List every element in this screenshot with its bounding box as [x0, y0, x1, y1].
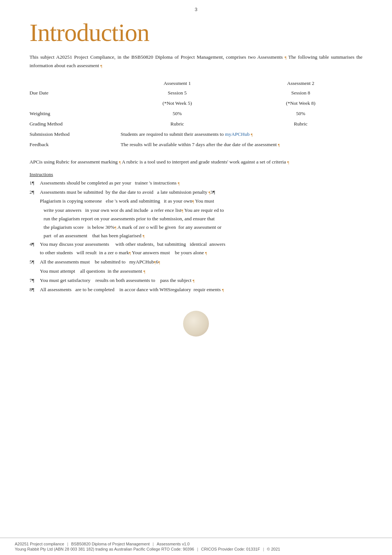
grading-label: Grading Method [30, 119, 116, 129]
grading-col2: Rubric [239, 119, 362, 129]
item-num [30, 197, 40, 206]
list-item: 2¶ Assessments must be submitted by the … [30, 188, 362, 197]
footer-cricos: CRICOS Provider Code: 01331F [201, 547, 260, 551]
list-item: 1¶ Assessments should be completed as pe… [30, 179, 362, 187]
item-num: 7¶ [30, 276, 40, 285]
table-row: Grading Method Rubric Rubric [30, 119, 362, 129]
item-num: 1¶ [30, 179, 40, 187]
feedback-value: The results will be available within 7 d… [116, 139, 362, 150]
submission-label: Submission Method [30, 129, 116, 139]
list-item: 8¶ All assessments are to be completed i… [30, 286, 362, 294]
footer-org: Young Rabbit Pty Ltd (ABN 28 003 381 182… [15, 547, 194, 551]
due-date-col1-line2: (*Not Week 5) [116, 98, 239, 108]
item-num: 5¶ [30, 258, 40, 266]
page-number: 3 [30, 0, 362, 16]
item-text: All assessments are to be completed in a… [40, 286, 362, 294]
myapc-link[interactable]: myAPCHub [225, 131, 250, 137]
item-text: Plagiarism is copying someone else 's wo… [40, 197, 362, 206]
instructions-heading: Instructions [30, 172, 362, 177]
intro-paragraph: This subject A20251 Project Compliance, … [30, 53, 362, 70]
item-text: You must attempt all questions in the as… [40, 267, 362, 276]
table-row: Due Date Session 5 Session 8 [30, 88, 362, 98]
assessment-table: Assessment 1 Assessment 2 Due Date Sessi… [30, 78, 362, 150]
item-text: You must get satisfactory results on bot… [40, 276, 362, 285]
due-date-col2-line1: Session 8 [239, 88, 362, 98]
submission-value: Students are required to submit their as… [116, 129, 362, 139]
footer-diploma: BSB50820 Diploma of Project Management [71, 542, 150, 546]
title-section: Introduction [30, 19, 362, 46]
footer-version: Assessments v1.0 [157, 542, 189, 546]
footer-row-2: Young Rabbit Pty Ltd (ABN 28 003 381 182… [15, 547, 377, 551]
table-row: Weighting 50% 50% [30, 108, 362, 119]
grading-col1: Rubric [116, 119, 239, 129]
feedback-text: The results will be available within 7 d… [121, 142, 277, 147]
item-text: You may discuss your assessments with ot… [40, 240, 362, 257]
item-num: 8¶ [30, 286, 40, 294]
due-date-col1-line1: Session 5 [116, 88, 239, 98]
feedback-label: Feedback [30, 139, 116, 150]
instructions-section: Instructions 1¶ Assessments should be co… [30, 172, 362, 294]
para-mark-2: ¶ [100, 63, 102, 68]
item-text: All the assessments must be submitted to… [40, 258, 362, 266]
col1-header: Assessment 1 [116, 78, 239, 88]
para-mark-sub2: ¶ [251, 132, 253, 137]
list-item: Plagiarism is copying someone else 's wo… [30, 197, 362, 206]
list-item: 4¶ You may discuss your assessments with… [30, 240, 362, 257]
intro-text-1: This subject A20251 Project Compliance, … [30, 54, 283, 60]
rubric-text-2: A rubric is a tool used to interpret and… [122, 159, 286, 165]
watermark-logo [183, 311, 209, 337]
weighting-col1: 50% [116, 108, 239, 119]
rubric-paragraph: APCis using Rubric for assessment markin… [30, 158, 362, 166]
footer-row-1: A20251 Project compliance | BSB50820 Dip… [15, 542, 377, 546]
footer-copyright: © 2021 [267, 547, 280, 551]
watermark-area [30, 305, 362, 342]
list-item: 7¶ You must get satisfactory results on … [30, 276, 362, 285]
item-text: Assessments should be completed as per y… [40, 179, 362, 187]
page-container: 3 Introduction This subject A20251 Proje… [0, 0, 392, 555]
table-row: Submission Method Students are required … [30, 129, 362, 139]
footer: A20251 Project compliance | BSB50820 Dip… [0, 538, 392, 555]
item-num [30, 267, 40, 276]
instructions-list: 1¶ Assessments should be completed as pe… [30, 179, 362, 294]
para-mark-r1: ¶ [119, 160, 122, 164]
item-text: Assessments must be submitted by the due… [40, 188, 362, 197]
item-num: 4¶ [30, 240, 40, 257]
due-date-label: Due Date [30, 88, 116, 108]
para-mark-fb: ¶ [278, 143, 280, 147]
para-mark-1: ¶ [285, 55, 288, 59]
weighting-col2: 50% [239, 108, 362, 119]
para-mark-r2: ¶ [287, 160, 289, 164]
submission-text: Students are required to submit their as… [121, 131, 224, 137]
weighting-label: Weighting [30, 108, 116, 119]
footer-course: A20251 Project compliance [15, 542, 64, 546]
page-title: Introduction [30, 19, 362, 46]
col2-header: Assessment 2 [239, 78, 362, 88]
sub-item: write your answers in your own wor ds an… [30, 206, 362, 240]
table-row: Feedback The results will be available w… [30, 139, 362, 150]
item-num: 2¶ [30, 188, 40, 197]
list-item: You must attempt all questions in the as… [30, 267, 362, 276]
rubric-text-1: APCis using Rubric for assessment markin… [30, 159, 118, 165]
list-item: 5¶ All the assessments must be submitted… [30, 258, 362, 266]
due-date-col2-line2: (*Not Week 8) [239, 98, 362, 108]
